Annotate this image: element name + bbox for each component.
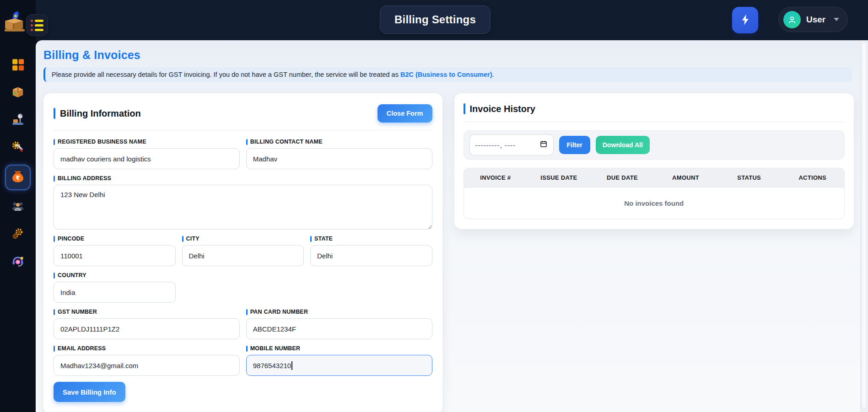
sidebar-item-weighing[interactable] [7, 110, 28, 131]
users-icon [11, 199, 25, 215]
headset-icon [11, 254, 25, 270]
lightning-icon [739, 13, 752, 27]
pan-number-input[interactable] [246, 318, 432, 339]
sidebar-item-dashboard[interactable] [7, 55, 28, 76]
pincode-input[interactable] [54, 245, 176, 266]
scrollbar-thumb[interactable] [862, 42, 867, 408]
sidebar-nav: ₹ [0, 55, 36, 273]
mobile-number-label: MOBILE NUMBER [250, 345, 301, 352]
filter-button[interactable]: Filter [559, 136, 590, 154]
col-due-date: DUE DATE [591, 174, 654, 181]
sidebar-toggle-button[interactable] [26, 14, 48, 36]
divider [464, 122, 845, 122]
city-input[interactable] [182, 245, 304, 266]
billing-card-title: Billing Information [60, 108, 141, 119]
business-name-input[interactable] [54, 148, 240, 169]
contact-name-label: BILLING CONTACT NAME [250, 139, 323, 145]
page-title: Billing & Invoices [43, 48, 854, 62]
b2c-link[interactable]: B2C (Business to Consumer) [400, 71, 492, 78]
vertical-scrollbar[interactable] [860, 40, 868, 412]
weight-scale-icon [11, 112, 25, 128]
gst-info-banner: Please provide all necessary details for… [43, 67, 852, 82]
col-issue-date: ISSUE DATE [527, 174, 591, 181]
package-icon [11, 85, 25, 101]
sidebar-item-tools[interactable] [7, 137, 28, 158]
billing-information-card: Billing Information Close Form REGISTERE… [43, 93, 442, 412]
mobile-number-input[interactable]: 9876543210 [246, 355, 432, 376]
chevron-down-icon [834, 18, 839, 21]
invoice-card-title: Invoice History [470, 104, 535, 114]
date-placeholder: ---------, ---- [475, 141, 516, 149]
col-invoice-number: INVOICE # [464, 174, 528, 181]
gst-number-input[interactable] [54, 318, 240, 339]
sidebar: ₹ [0, 0, 36, 412]
pincode-label: PINCODE [58, 235, 84, 242]
top-navbar: Billing Settings User [36, 0, 868, 40]
text-cursor [291, 361, 292, 370]
hamburger-icon [31, 20, 43, 22]
divider [54, 130, 432, 130]
sidebar-item-support[interactable] [7, 251, 28, 273]
sidebar-item-packages[interactable] [7, 82, 28, 103]
contact-name-input[interactable] [246, 148, 432, 169]
save-billing-button[interactable]: Save Billing Info [54, 382, 125, 402]
calendar-icon[interactable] [539, 140, 548, 150]
sidebar-item-customers[interactable] [7, 197, 28, 218]
section-accent [464, 103, 465, 114]
col-status: STATUS [717, 174, 781, 181]
col-actions: ACTIONS [781, 174, 844, 181]
empty-state-text: No invoices found [464, 187, 844, 219]
state-input[interactable] [310, 245, 432, 266]
money-bag-icon: ₹ [11, 169, 25, 186]
invoice-table: INVOICE # ISSUE DATE DUE DATE AMOUNT STA… [464, 168, 845, 219]
download-all-button[interactable]: Download All [596, 136, 650, 154]
main-content: Billing & Invoices Please provide all ne… [36, 40, 860, 412]
label-accent [54, 139, 55, 145]
city-label: CITY [186, 235, 199, 242]
app-logo [3, 10, 27, 34]
country-input[interactable] [54, 282, 176, 303]
page-title-pill: Billing Settings [380, 5, 491, 34]
billing-address-textarea[interactable]: 123 New Delhi [54, 185, 432, 230]
quick-actions-button[interactable] [732, 7, 758, 33]
user-menu[interactable]: User [778, 7, 848, 32]
col-amount: AMOUNT [654, 174, 717, 181]
sidebar-item-billing[interactable]: ₹ [5, 165, 31, 190]
invoice-filter-bar: ---------, ---- Filter Download All [464, 130, 845, 160]
sidebar-item-settings[interactable] [7, 224, 28, 245]
svg-text:₹: ₹ [16, 175, 20, 182]
country-label: COUNTRY [58, 272, 86, 278]
pan-number-label: PAN CARD NUMBER [250, 309, 308, 315]
dashboard-grid-icon [11, 58, 25, 73]
user-avatar [783, 11, 801, 28]
invoice-month-input[interactable]: ---------, ---- [469, 134, 554, 155]
email-input[interactable] [54, 355, 240, 376]
tools-icon [11, 140, 25, 155]
address-label: BILLING ADDRESS [58, 175, 111, 182]
info-text: Please provide all necessary details for… [52, 71, 400, 78]
invoice-table-header: INVOICE # ISSUE DATE DUE DATE AMOUNT STA… [464, 168, 844, 187]
close-form-button[interactable]: Close Form [377, 104, 432, 123]
navbar-title: Billing Settings [394, 13, 476, 26]
section-accent [54, 108, 55, 119]
user-name: User [806, 15, 828, 25]
invoice-history-card: Invoice History ---------, ---- Filter [454, 93, 854, 229]
business-name-label: REGISTERED BUSINESS NAME [58, 139, 146, 145]
state-label: STATE [314, 235, 333, 242]
email-label: EMAIL ADDRESS [58, 345, 106, 352]
gst-number-label: GST NUMBER [58, 309, 97, 315]
gear-icon [11, 227, 25, 242]
